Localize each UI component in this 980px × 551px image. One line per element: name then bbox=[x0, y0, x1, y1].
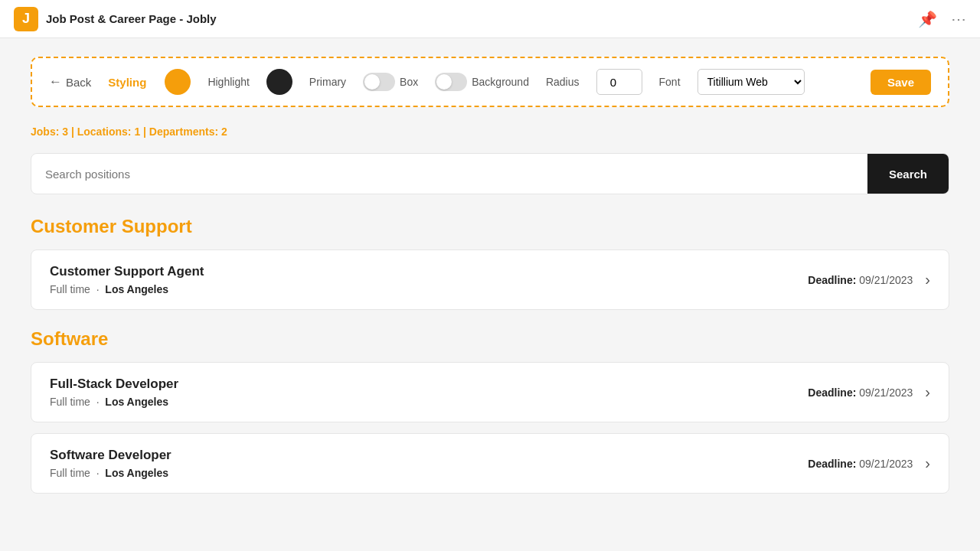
pin-icon[interactable]: 📌 bbox=[918, 10, 937, 28]
job-info: Software Developer Full time · Los Angel… bbox=[50, 448, 808, 479]
save-button[interactable]: Save bbox=[871, 70, 931, 95]
topbar-right: 📌 ⋯ bbox=[918, 10, 966, 28]
topbar-left: J Job Post & Career Page - Jobly bbox=[14, 7, 217, 31]
back-arrow-icon: ← bbox=[49, 74, 62, 90]
styling-toolbar: ← Back Styling Highlight Primary Box Bac… bbox=[31, 57, 949, 107]
radius-label: Radius bbox=[546, 76, 580, 88]
job-card[interactable]: Customer Support Agent Full time · Los A… bbox=[31, 249, 949, 310]
job-info: Full-Stack Developer Full time · Los Ang… bbox=[50, 377, 808, 408]
job-meta: Full time · Los Angeles bbox=[50, 283, 808, 295]
job-info: Customer Support Agent Full time · Los A… bbox=[50, 264, 808, 295]
app-title: Job Post & Career Page - Jobly bbox=[46, 12, 217, 25]
background-toggle[interactable] bbox=[435, 73, 467, 91]
highlight-swatch[interactable] bbox=[165, 69, 191, 95]
box-toggle-wrap: Box bbox=[363, 73, 418, 91]
font-label: Font bbox=[659, 76, 681, 88]
chevron-right-icon: › bbox=[925, 271, 930, 289]
background-label: Background bbox=[472, 76, 529, 88]
primary-swatch[interactable] bbox=[266, 69, 292, 95]
search-bar: Search bbox=[31, 153, 949, 194]
job-meta: Full time · Los Angeles bbox=[50, 467, 808, 479]
primary-label: Primary bbox=[309, 76, 346, 88]
departments-container: Customer Support Customer Support Agent … bbox=[31, 216, 949, 494]
highlight-label: Highlight bbox=[207, 76, 249, 88]
job-title: Software Developer bbox=[50, 448, 808, 463]
chevron-right-icon: › bbox=[925, 455, 930, 472]
more-icon[interactable]: ⋯ bbox=[951, 10, 966, 28]
department-heading: Software bbox=[31, 328, 949, 350]
font-select[interactable]: Titillium Web Arial Roboto Open Sans bbox=[697, 69, 805, 95]
department-section: Software Full-Stack Developer Full time … bbox=[31, 328, 949, 494]
box-toggle[interactable] bbox=[363, 73, 395, 91]
department-section: Customer Support Customer Support Agent … bbox=[31, 216, 949, 310]
department-heading: Customer Support bbox=[31, 216, 949, 237]
back-button[interactable]: ← Back bbox=[49, 74, 91, 90]
job-title: Customer Support Agent bbox=[50, 264, 808, 279]
job-card[interactable]: Full-Stack Developer Full time · Los Ang… bbox=[31, 362, 949, 422]
job-title: Full-Stack Developer bbox=[50, 377, 808, 392]
background-toggle-wrap: Background bbox=[435, 73, 529, 91]
chevron-right-icon: › bbox=[925, 383, 930, 401]
box-label: Box bbox=[400, 76, 418, 88]
search-button[interactable]: Search bbox=[867, 154, 949, 194]
main-content: ← Back Styling Highlight Primary Box Bac… bbox=[0, 38, 980, 530]
topbar: J Job Post & Career Page - Jobly 📌 ⋯ bbox=[0, 0, 980, 38]
search-input[interactable] bbox=[31, 157, 867, 191]
job-deadline: Deadline: 09/21/2023 bbox=[808, 274, 913, 286]
app-logo: J bbox=[14, 7, 38, 31]
job-card[interactable]: Software Developer Full time · Los Angel… bbox=[31, 433, 949, 494]
job-deadline: Deadline: 09/21/2023 bbox=[808, 386, 913, 399]
styling-label: Styling bbox=[108, 76, 146, 89]
radius-input[interactable] bbox=[596, 69, 642, 95]
stats-bar: Jobs: 3 | Locations: 1 | Departments: 2 bbox=[31, 126, 949, 138]
job-deadline: Deadline: 09/21/2023 bbox=[808, 458, 913, 470]
job-meta: Full time · Los Angeles bbox=[50, 396, 808, 408]
